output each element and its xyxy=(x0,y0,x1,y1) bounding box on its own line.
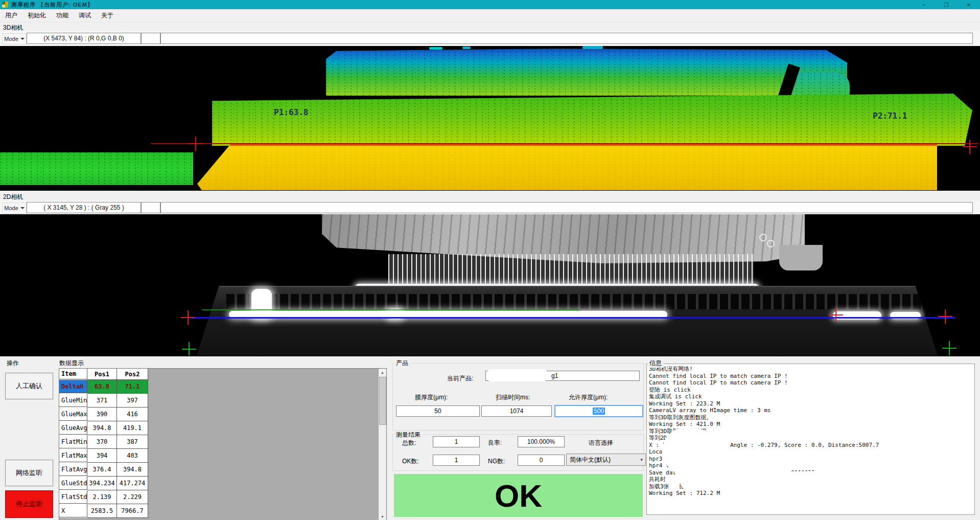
measure-line xyxy=(151,143,978,144)
table-cell: 419.1 xyxy=(117,421,148,435)
camera3d-mode-button[interactable]: Mode xyxy=(2,33,27,44)
base-slot-row xyxy=(226,294,923,309)
table-cell: 7966.7 xyxy=(117,504,148,518)
redaction-blob xyxy=(681,470,844,491)
table-row[interactable]: GlueAvg394.8419.1 xyxy=(59,421,148,435)
pcb-ring xyxy=(759,234,767,241)
camera3d-image[interactable]: P1:63.8 P2:71.1 xyxy=(0,46,980,191)
result-status-banner: OK xyxy=(394,474,643,517)
menu-item-用户[interactable]: 用户 xyxy=(0,9,22,22)
scroll-up-icon[interactable]: ▲ xyxy=(379,369,386,376)
total-label: 总数: xyxy=(402,439,416,447)
language-select-value: 简体中文(默认) xyxy=(570,456,611,464)
table-row[interactable]: FlatMin370387 xyxy=(59,435,148,449)
log-line: Cannot find local IP to match camera IP … xyxy=(649,373,972,380)
ng-count-field: 0 xyxy=(518,455,565,466)
table-cell: 390 xyxy=(87,408,117,421)
allow-thickness-field[interactable]: 500 xyxy=(554,405,643,417)
film-thickness-field[interactable]: 50 xyxy=(396,405,480,417)
camera3d-wide-box xyxy=(160,33,973,44)
base-top-edge xyxy=(219,286,916,287)
data-table-body: DeltaH63.871.1GlueMin371397GlueMax390416… xyxy=(59,380,148,518)
table-cell: 2.229 xyxy=(117,490,148,504)
film-thickness-label: 膜厚度(μm): xyxy=(415,393,448,402)
stop-listen-button[interactable]: 停止监听 xyxy=(5,490,53,518)
table-cell: 397 xyxy=(117,394,148,408)
camera2d-toolbar: Mode ( X 3145, Y 28 ) : ( Gray 255 ) xyxy=(0,200,980,215)
scroll-down-icon[interactable]: ▼ xyxy=(379,513,386,520)
heightmap-top-band xyxy=(326,49,847,96)
ok-count-field: 1 xyxy=(433,455,480,466)
results-group-label: 测量结果 xyxy=(394,431,422,439)
minimize-button[interactable]: – xyxy=(913,0,935,9)
table-cell: FlatMax xyxy=(59,449,87,462)
operation-group-label: 操作 xyxy=(5,359,20,368)
scan-time-label: 扫描时间ms: xyxy=(496,393,530,402)
table-row[interactable]: X2583.57966.7 xyxy=(59,504,148,518)
table-cell: 417.274 xyxy=(117,477,148,490)
allow-thickness-label: 允许厚度(μm): xyxy=(569,393,608,402)
log-line: 3D相机没有网络! xyxy=(649,366,972,373)
table-cell: 387 xyxy=(117,435,148,449)
menu-item-调试[interactable]: 调试 xyxy=(74,9,96,22)
table-cell: 2583.5 xyxy=(87,504,117,518)
log-line: Cannot find local IP to match camera IP … xyxy=(649,379,972,387)
chevron-down-icon xyxy=(20,207,25,209)
log-line: Working Set : 421.0 M xyxy=(649,421,972,428)
table-cell: 394 xyxy=(87,449,117,463)
title-bar: 测厚程序 【当前用户: OEM】 – ❐ ✕ xyxy=(0,0,980,9)
table-cell: 371 xyxy=(87,394,117,408)
base-block xyxy=(197,286,938,355)
table-cell: DeltaH xyxy=(59,380,87,393)
log-line: 登陆 is click xyxy=(649,387,972,394)
yield-field: 100.000% xyxy=(518,436,565,447)
table-cell: X xyxy=(59,504,87,517)
table-row[interactable]: GlueMax390416 xyxy=(59,408,148,421)
camera3d-aux-box xyxy=(141,33,160,44)
table-row[interactable]: GlueStd394.234417.274 xyxy=(59,477,148,490)
table-row[interactable]: FlatAvg376.4394.8 xyxy=(59,463,148,477)
table-cell: 376.4 xyxy=(87,463,117,477)
maximize-button[interactable]: ❐ xyxy=(935,0,958,9)
crosshair-marker-green xyxy=(942,341,956,355)
menu-item-关于[interactable]: 关于 xyxy=(96,9,119,22)
window-title: 测厚程序 【当前用户: OEM】 xyxy=(11,1,94,9)
log-line: Working Set : 223.2 M xyxy=(649,400,972,408)
camera2d-image[interactable] xyxy=(0,214,980,355)
scrollbar-thumb[interactable] xyxy=(379,377,386,425)
table-cell: GlueMin xyxy=(59,394,87,407)
data-display-group-label: 数据显示 xyxy=(58,359,85,368)
table-scrollbar[interactable]: ▲ ▼ xyxy=(378,369,386,520)
table-cell: GlueAvg xyxy=(59,421,87,435)
menu-item-初始化[interactable]: 初始化 xyxy=(22,9,51,22)
camera3d-toolbar: Mode (X 5473, Y 84) : (R 0,G 0,B 0) xyxy=(0,31,980,46)
table-header-cell: Item xyxy=(59,369,87,379)
fleck xyxy=(582,46,603,49)
p2-annotation: P2:71.1 xyxy=(873,111,907,121)
table-cell: FlatAvg xyxy=(59,463,87,476)
camera2d-mode-button[interactable]: Mode xyxy=(2,202,27,214)
selected-text: 500 xyxy=(593,408,605,415)
total-field: 1 xyxy=(433,436,480,447)
fleck xyxy=(462,47,471,49)
table-row[interactable]: GlueMin371397 xyxy=(59,394,148,408)
close-button[interactable]: ✕ xyxy=(958,0,980,9)
table-row[interactable]: DeltaH63.871.1 xyxy=(59,380,148,394)
network-listen-button[interactable]: 网络监听 xyxy=(5,460,53,486)
manual-confirm-button[interactable]: 人工确认 xyxy=(5,373,53,399)
table-cell: 71.1 xyxy=(117,380,148,394)
ok-count-label: OK数: xyxy=(402,457,419,466)
product-group-label: 产品 xyxy=(394,359,410,368)
scan-time-field[interactable]: 1074 xyxy=(481,405,552,417)
chevron-down-icon xyxy=(20,38,25,40)
language-label: 语言选择 xyxy=(589,439,613,447)
table-row[interactable]: FlatMax394403 xyxy=(59,449,148,463)
table-row[interactable]: FlatStd2.1392.229 xyxy=(59,490,148,504)
menu-item-功能[interactable]: 功能 xyxy=(51,9,74,22)
info-group-label: 信息 xyxy=(648,359,663,368)
language-select[interactable]: 简体中文(默认) ▾ xyxy=(566,454,646,466)
crosshair-marker xyxy=(938,309,952,324)
camera2d-wide-box xyxy=(160,202,973,213)
table-cell: FlatMin xyxy=(59,435,87,448)
table-cell: GlueMax xyxy=(59,408,87,421)
